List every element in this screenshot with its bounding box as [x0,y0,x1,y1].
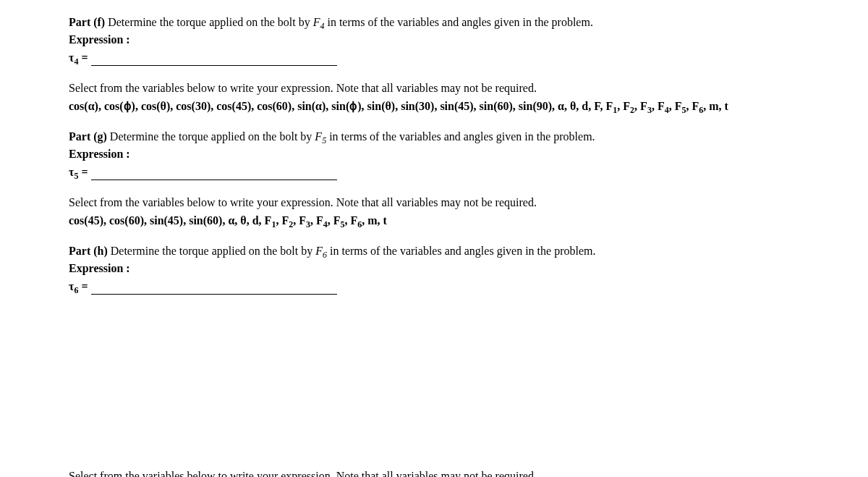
part-h-tau: τ6 = [69,279,88,295]
whitespace-gap [69,309,810,454]
part-f-expression-line: τ4 = [69,50,810,66]
part-f-text-before: Determine the torque applied on the bolt… [105,16,312,28]
part-h-expression-label: Expression : [69,261,810,277]
part-h-question: Part (h) Determine the torque applied on… [69,243,810,259]
part-g: Part (g) Determine the torque applied on… [69,129,810,180]
part-h-expression-line: τ6 = [69,279,810,295]
part-h: Part (h) Determine the torque applied on… [69,243,810,295]
select-note-h: Select from the variables below to write… [69,468,810,477]
part-h-label: Part (h) [69,245,108,257]
part-g-tau: τ5 = [69,164,88,180]
select-note-f: Select from the variables below to write… [69,80,810,96]
part-g-answer-input[interactable] [91,167,337,180]
variable-list-g: cos(45), cos(60), sin(45), sin(60), α, θ… [69,213,810,229]
variables-block-f: Select from the variables below to write… [69,80,810,114]
part-h-force-var: F [315,245,323,257]
part-f-tau: τ4 = [69,50,88,66]
part-f-expression-label: Expression : [69,32,810,48]
variables-block-h: Select from the variables below to write… [69,468,810,477]
part-g-question: Part (g) Determine the torque applied on… [69,129,810,145]
select-note-g: Select from the variables below to write… [69,195,810,211]
part-h-answer-input[interactable] [91,282,337,295]
part-f-label: Part (f) [69,16,105,28]
part-h-text-before: Determine the torque applied on the bolt… [108,245,315,257]
part-g-force-var: F [315,130,322,143]
part-g-label: Part (g) [69,130,107,143]
variables-block-g: Select from the variables below to write… [69,195,810,229]
part-f-force-var: F [313,16,320,28]
part-g-expression-line: τ5 = [69,164,810,180]
part-f: Part (f) Determine the torque applied on… [69,14,810,66]
part-h-text-after: in terms of the variables and angles giv… [327,245,595,257]
part-g-text-before: Determine the torque applied on the bolt… [107,130,315,143]
part-g-text-after: in terms of the variables and angles giv… [326,130,595,143]
part-f-question: Part (f) Determine the torque applied on… [69,14,810,30]
part-f-answer-input[interactable] [91,53,337,66]
part-g-expression-label: Expression : [69,146,810,162]
variable-list-f: cos(α), cos(ϕ), cos(θ), cos(30), cos(45)… [69,98,810,114]
part-f-text-after: in terms of the variables and angles giv… [324,16,592,28]
